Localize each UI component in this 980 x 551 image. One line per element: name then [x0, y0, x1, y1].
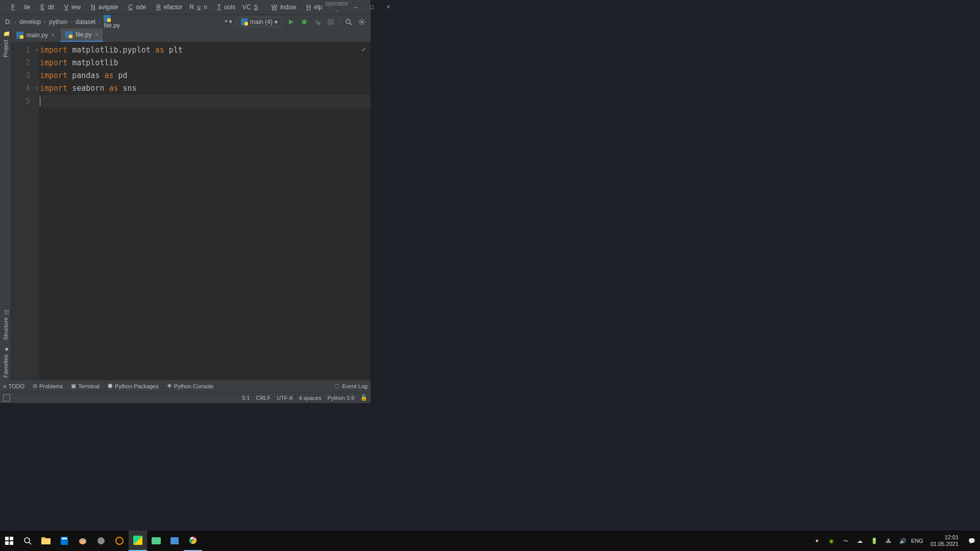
paint-button[interactable] [74, 531, 92, 551]
svg-rect-10 [20, 35, 23, 39]
menu-tools[interactable]: Tools [211, 2, 238, 13]
menu-window[interactable]: Window [265, 2, 300, 13]
navigation-bar: D: › develop › python › dataset › file.p… [0, 14, 371, 29]
code-editor[interactable]: ✓ ▾123▾45 import matplotlib.pyplot as pl… [11, 42, 371, 380]
problems-tool-button[interactable]: ⊘ Problems [33, 383, 63, 389]
todo-tool-button[interactable]: ≡ TODO [3, 383, 24, 389]
menu-vcs[interactable]: VCS [239, 2, 264, 13]
run-coverage-button[interactable] [313, 17, 322, 27]
tray-icon-1[interactable]: ✦ [813, 537, 821, 545]
window-maximize-button[interactable]: □ [369, 4, 376, 11]
crumb-dataset[interactable]: dataset [75, 17, 96, 27]
code-line[interactable]: import seaborn as sns [40, 82, 371, 95]
menu-file[interactable]: File [5, 2, 33, 13]
search-everywhere-button[interactable] [344, 17, 353, 27]
chrome-button[interactable] [184, 531, 202, 551]
code-area[interactable]: import matplotlib.pyplot as pltimport ma… [40, 42, 371, 380]
line-number[interactable]: 4 [11, 82, 39, 95]
menu-refactor[interactable]: Refactor [150, 2, 185, 13]
crumb-file[interactable]: file.py [103, 14, 120, 30]
pycharm-window: File Edit View Navigate Code Refactor Ru… [0, 0, 371, 403]
menu-code[interactable]: Code [122, 2, 149, 13]
menu-view[interactable]: View [58, 2, 84, 13]
calculator-button[interactable] [55, 531, 74, 551]
code-line[interactable]: import pandas as pd [40, 69, 371, 82]
search-button[interactable] [18, 531, 37, 551]
tab-file-py[interactable]: file.py × [60, 29, 104, 42]
settings-taskbar-button[interactable] [165, 531, 184, 551]
line-number[interactable]: 1 [11, 44, 39, 57]
notifications-button[interactable]: 💬 [968, 537, 976, 545]
run-config-selector[interactable]: main (4) ▾ [236, 17, 282, 27]
bubble-icon: ◌ [335, 383, 340, 389]
tray-icon-network[interactable]: 🖧 [885, 537, 893, 545]
code-line[interactable] [40, 95, 371, 108]
code-line[interactable]: import matplotlib.pyplot as plt [40, 44, 371, 57]
fold-icon[interactable]: ▾ [36, 47, 38, 53]
tab-main-py[interactable]: main.py × [11, 29, 60, 42]
tray-icon-2[interactable]: ⤳ [842, 537, 850, 545]
svg-rect-15 [5, 541, 9, 545]
inspection-ok-icon[interactable]: ✓ [361, 46, 366, 53]
bottom-tool-bar: ≡ TODO ⊘ Problems ▣ Terminal ⬢ Python Pa… [0, 380, 371, 392]
debug-button[interactable] [300, 17, 309, 27]
line-separator[interactable]: CRLF [256, 395, 271, 401]
structure-icon: ☷ [3, 309, 9, 315]
run-button[interactable] [286, 17, 296, 27]
list-icon: ≡ [3, 383, 6, 389]
svg-point-27 [116, 537, 123, 544]
close-icon[interactable]: × [51, 32, 55, 39]
crumb-drive[interactable]: D: [4, 17, 12, 27]
project-tool-button[interactable]: Project 📁 [2, 29, 10, 60]
code-line[interactable]: import matplotlib [40, 57, 371, 69]
terminal-tool-button[interactable]: ▣ Terminal [71, 383, 100, 389]
structure-tool-button[interactable]: Structure ☷ [2, 306, 10, 343]
titlebar: File Edit View Navigate Code Refactor Ru… [0, 0, 371, 14]
svg-rect-28 [152, 537, 161, 544]
line-number[interactable]: 5 [11, 95, 39, 108]
start-button[interactable] [0, 531, 18, 551]
close-icon[interactable]: × [94, 31, 98, 38]
fold-icon[interactable]: ▾ [36, 85, 38, 91]
python-file-icon [104, 15, 111, 22]
file-explorer-button[interactable] [37, 531, 55, 551]
menu-help[interactable]: Help [300, 2, 325, 13]
tray-icon-battery[interactable]: 🔋 [870, 537, 878, 545]
app-button-2[interactable] [110, 531, 129, 551]
app-button-3[interactable] [147, 531, 165, 551]
menu-edit[interactable]: Edit [34, 2, 57, 13]
svg-point-8 [361, 21, 363, 23]
favorites-tool-button[interactable]: Favorites ★ [2, 343, 10, 381]
tab-label: main.py [27, 32, 48, 39]
windows-taskbar: ✦ ◉ ⤳ ☁ 🔋 🖧 🔊 ENG 12:01 01.05.2021 💬 [0, 531, 980, 551]
tray-language[interactable]: ENG [913, 537, 921, 545]
python-console-tool-button[interactable]: ❖ Python Console [167, 383, 214, 389]
add-config-icon[interactable]: ▾ [223, 17, 232, 27]
event-log-tool-button[interactable]: ◌ Event Log [335, 383, 368, 389]
python-file-icon [16, 32, 23, 39]
readonly-lock-icon[interactable]: 🔓 [360, 394, 368, 401]
tray-icon-volume[interactable]: 🔊 [899, 537, 907, 545]
tray-icon-nvidia[interactable]: ◉ [827, 537, 836, 545]
python-packages-tool-button[interactable]: ⬢ Python Packages [108, 383, 159, 389]
pycharm-taskbar-button[interactable] [129, 531, 147, 551]
crumb-python[interactable]: python [48, 17, 68, 27]
window-close-button[interactable]: × [385, 4, 392, 11]
warning-icon: ⊘ [33, 383, 37, 389]
file-encoding[interactable]: UTF-8 [277, 395, 292, 401]
crumb-develop[interactable]: develop [18, 17, 42, 27]
app-button-1[interactable] [92, 531, 110, 551]
settings-button[interactable] [357, 17, 366, 27]
tool-windows-icon[interactable] [3, 394, 10, 402]
menu-run[interactable]: Run [187, 2, 210, 13]
taskbar-clock[interactable]: 12:01 01.05.2021 [927, 534, 962, 547]
chevron-right-icon: › [97, 18, 102, 26]
cursor-position[interactable]: 5:1 [242, 395, 250, 401]
window-minimize-button[interactable]: – [352, 4, 359, 11]
line-number[interactable]: 2 [11, 57, 39, 69]
menu-navigate[interactable]: Navigate [85, 2, 121, 13]
line-number[interactable]: 3 [11, 69, 39, 82]
tray-icon-onedrive[interactable]: ☁ [856, 537, 864, 545]
indent-settings[interactable]: 4 spaces [299, 395, 321, 401]
interpreter[interactable]: Python 3.9 [327, 395, 354, 401]
